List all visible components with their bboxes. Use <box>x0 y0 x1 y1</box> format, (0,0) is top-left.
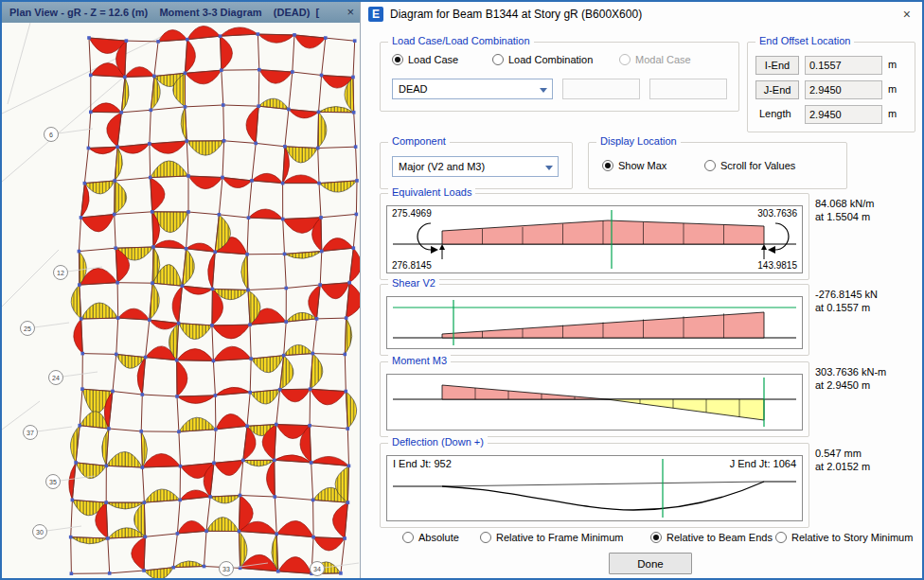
eq-load-bottom-left-value: 276.8145 <box>392 260 432 271</box>
shear-max-annotation: -276.8145 kN at 0.1557 m <box>815 288 878 314</box>
moment-max-value: 303.7636 kN-m <box>815 365 886 378</box>
component-dropdown[interactable]: Major (V2 and M3) <box>392 156 559 177</box>
deflection-max-value: 0.547 mm <box>815 447 870 460</box>
length-value: 2.9450 <box>805 105 882 124</box>
deflection-title: Deflection (Down +) <box>388 436 488 448</box>
radio-relative-frame-minimum-label: Relative to Frame Minimum <box>496 532 623 543</box>
equivalent-loads-groupbox: Equivalent Loads 275.4969 303.7636 <box>380 193 809 280</box>
equivalent-loads-plot[interactable]: 275.4969 303.7636 276.8145 143.9815 <box>386 205 803 273</box>
svg-text:30: 30 <box>36 529 44 536</box>
equivalent-loads-diagram <box>387 206 802 272</box>
moment-max-location: at 2.9450 m <box>815 378 886 392</box>
dialog-close-icon[interactable]: × <box>903 7 911 22</box>
radio-modal-case: Modal Case <box>619 54 691 65</box>
length-label: Length <box>759 108 791 119</box>
radio-relative-beam-ends-icon[interactable] <box>650 532 662 543</box>
plan-view-titlebar[interactable]: Plan View - gR - Z = 12.6 (m) Moment 3-3… <box>2 2 360 23</box>
etabs-app-window: Plan View - gR - Z = 12.6 (m) Moment 3-3… <box>0 0 924 580</box>
component-group-title: Component <box>388 135 450 147</box>
j-end-unit: m <box>888 83 897 95</box>
j-end-button[interactable]: J-End <box>755 80 799 99</box>
i-end-value[interactable]: 0.1557 <box>805 56 882 75</box>
radio-modal-case-label: Modal Case <box>635 54 691 65</box>
dialog-title: Diagram for Beam B1344 at Story gR (B600… <box>390 8 642 21</box>
radio-absolute[interactable]: Absolute <box>402 532 459 543</box>
radio-modal-case-icon <box>619 54 631 65</box>
eq-load-bottom-right-value: 143.9815 <box>757 260 797 271</box>
svg-text:35: 35 <box>49 479 57 485</box>
end-offset-group-title: End Offset Location <box>755 35 854 46</box>
end-offset-groupbox: End Offset Location I-End 0.1557 m J-End… <box>747 42 915 132</box>
radio-load-combination[interactable]: Load Combination <box>492 54 593 65</box>
shear-title: Shear V2 <box>388 277 439 289</box>
svg-text:25: 25 <box>24 325 31 332</box>
svg-text:12: 12 <box>57 270 64 276</box>
svg-text:37: 37 <box>27 430 34 436</box>
load-case-dropdown-value: DEAD <box>399 83 428 95</box>
eq-load-top-left-value: 275.4969 <box>392 208 432 219</box>
radio-scroll-values-icon[interactable] <box>704 160 716 171</box>
radio-relative-story-minimum-label: Relative to Story Minimum <box>791 532 913 543</box>
deflection-i-end-joint: I End Jt: 952 <box>393 458 452 469</box>
load-case-group-title: Load Case/Load Combination <box>388 35 534 46</box>
radio-scroll-values-label: Scroll for Values <box>720 160 795 171</box>
component-dropdown-value: Major (V2 and M3) <box>399 161 485 172</box>
radio-load-combination-icon[interactable] <box>492 54 504 65</box>
moment-groupbox: Moment M3 <box>380 361 809 437</box>
radio-load-case-label: Load Case <box>408 54 458 65</box>
eq-load-max-location: at 1.5504 m <box>815 210 874 223</box>
dropdown-caret-icon <box>540 88 547 93</box>
shear-max-value: -276.8145 kN <box>815 288 878 301</box>
equivalent-loads-title: Equivalent Loads <box>388 186 475 198</box>
component-groupbox: Component Major (V2 and M3) <box>380 142 573 189</box>
radio-relative-story-minimum-icon[interactable] <box>775 532 787 543</box>
shear-max-location: at 0.1557 m <box>815 301 878 314</box>
modal-case-field-disabled <box>649 79 727 99</box>
radio-show-max[interactable]: Show Max <box>602 160 666 171</box>
deflection-max-location: at 2.0152 m <box>815 460 870 473</box>
radio-scroll-values[interactable]: Scroll for Values <box>704 160 795 171</box>
svg-text:6: 6 <box>49 132 53 138</box>
radio-relative-frame-minimum[interactable]: Relative to Frame Minimum <box>480 532 623 543</box>
moment-diagram <box>387 375 802 430</box>
svg-text:34: 34 <box>313 566 321 572</box>
deflection-max-annotation: 0.547 mm at 2.0152 m <box>815 447 870 473</box>
etabs-logo-icon: E <box>368 7 383 22</box>
radio-relative-story-minimum[interactable]: Relative to Story Minimum <box>775 532 913 543</box>
radio-relative-beam-ends[interactable]: Relative to Beam Ends <box>650 532 773 543</box>
moment-3-3-plan-diagram: 61225243735303334 <box>2 23 360 578</box>
radio-show-max-icon[interactable] <box>602 160 613 171</box>
radio-show-max-label: Show Max <box>618 160 666 171</box>
length-unit: m <box>888 108 897 119</box>
deflection-j-end-joint: J End Jt: 1064 <box>730 458 796 469</box>
j-end-value[interactable]: 2.9450 <box>805 80 882 99</box>
shear-plot[interactable] <box>386 296 803 349</box>
plan-view-canvas[interactable]: 61225243735303334 <box>2 23 360 578</box>
radio-load-case[interactable]: Load Case <box>392 54 458 65</box>
done-button[interactable]: Done <box>609 553 692 574</box>
radio-load-combination-label: Load Combination <box>508 54 593 65</box>
display-location-groupbox: Display Location Show Max Scroll for Val… <box>588 142 847 189</box>
eq-load-max-value: 84.068 kN/m <box>815 197 874 210</box>
dialog-titlebar[interactable]: E Diagram for Beam B1344 at Story gR (B6… <box>361 2 924 26</box>
moment-title: Moment M3 <box>388 355 451 366</box>
radio-load-case-icon[interactable] <box>392 54 403 65</box>
plan-view-close-icon[interactable]: × <box>346 2 354 23</box>
moment-plot[interactable] <box>386 374 803 431</box>
radio-relative-beam-ends-label: Relative to Beam Ends <box>666 532 773 543</box>
plan-view-title: Plan View - gR - Z = 12.6 (m) Moment 3-3… <box>9 2 339 23</box>
deflection-groupbox: Deflection (Down +) I End Jt: 952 J End … <box>380 443 809 528</box>
equivalent-loads-max-annotation: 84.068 kN/m at 1.5504 m <box>815 197 874 223</box>
display-location-group-title: Display Location <box>596 135 681 147</box>
svg-text:33: 33 <box>222 566 230 572</box>
dropdown-caret-icon <box>545 166 553 170</box>
beam-diagram-dialog: E Diagram for Beam B1344 at Story gR (B6… <box>360 2 924 578</box>
shear-groupbox: Shear V2 <box>380 284 809 356</box>
radio-absolute-icon[interactable] <box>402 532 414 543</box>
svg-text:24: 24 <box>52 375 60 381</box>
load-case-dropdown[interactable]: DEAD <box>392 79 553 99</box>
radio-relative-frame-minimum-icon[interactable] <box>480 532 491 543</box>
deflection-plot[interactable]: I End Jt: 952 J End Jt: 1064 <box>386 455 803 521</box>
moment-max-annotation: 303.7636 kN-m at 2.9450 m <box>815 365 886 392</box>
i-end-button[interactable]: I-End <box>755 56 799 75</box>
